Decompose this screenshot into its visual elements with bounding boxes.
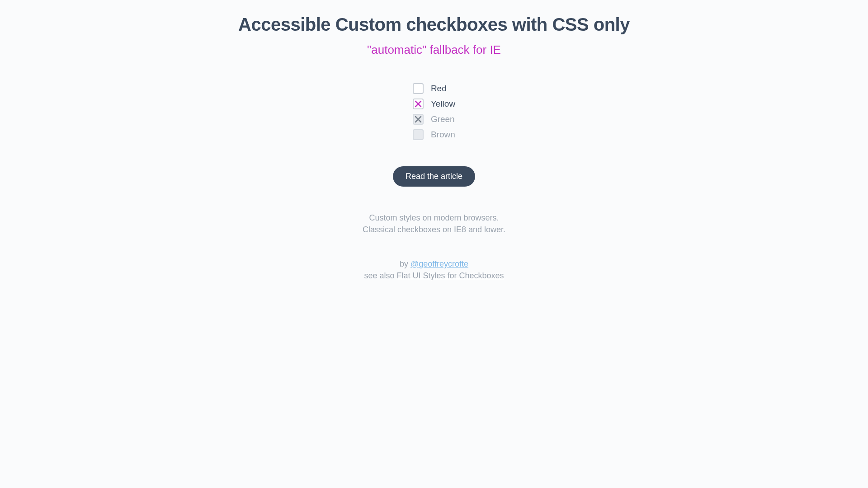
- checkbox-red[interactable]: [413, 83, 424, 94]
- read-article-button[interactable]: Read the article: [393, 166, 475, 187]
- checkbox-row-brown: Brown: [413, 129, 455, 140]
- page-title: Accessible Custom checkboxes with CSS on…: [0, 14, 868, 35]
- checkbox-row-yellow: Yellow: [413, 99, 455, 109]
- x-icon: [415, 116, 422, 123]
- see-also-text: see also: [364, 271, 396, 280]
- related-link[interactable]: Flat UI Styles for Checkboxes: [396, 271, 504, 280]
- checkbox-row-green: Green: [413, 114, 455, 125]
- x-icon: [415, 100, 422, 108]
- browser-note: Custom styles on modern browsers. Classi…: [0, 212, 868, 235]
- note-line-2: Classical checkboxes on IE8 and lower.: [363, 225, 505, 234]
- checkbox-group: Red Yellow Green Brown: [413, 79, 455, 145]
- author-link[interactable]: @geoffreycrofte: [410, 259, 468, 268]
- checkbox-label-red[interactable]: Red: [431, 84, 447, 94]
- checkbox-yellow[interactable]: [413, 99, 424, 109]
- note-line-1: Custom styles on modern browsers.: [369, 213, 499, 222]
- checkbox-label-yellow[interactable]: Yellow: [431, 99, 455, 109]
- by-text: by: [400, 259, 410, 268]
- checkbox-row-red: Red: [413, 83, 455, 94]
- checkbox-label-green: Green: [431, 114, 455, 124]
- checkbox-brown: [413, 129, 424, 140]
- checkbox-label-brown: Brown: [431, 130, 455, 140]
- page-subtitle: "automatic" fallback for IE: [0, 43, 868, 57]
- checkbox-green: [413, 114, 424, 125]
- credits: by @geoffreycrofte see also Flat UI Styl…: [0, 258, 868, 282]
